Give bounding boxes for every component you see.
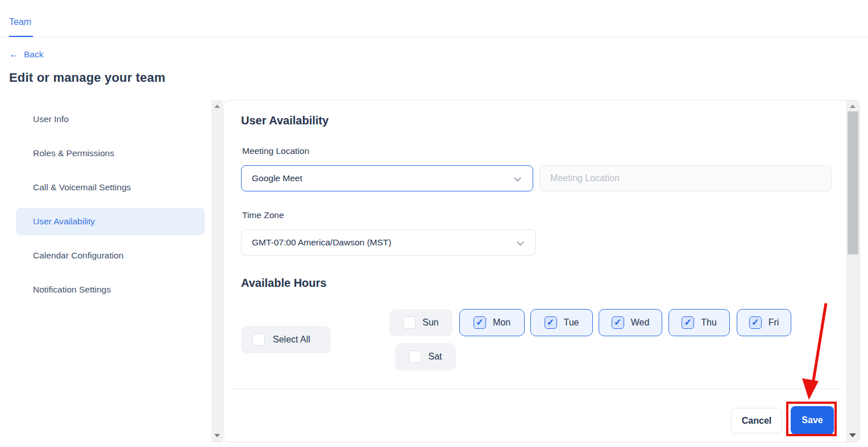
- panel-title: User Availability: [241, 114, 329, 127]
- time-zone-selected-value: GMT-07:00 America/Dawson (MST): [242, 237, 391, 248]
- day-label: Fri: [769, 318, 779, 328]
- tab-team[interactable]: Team: [9, 17, 31, 27]
- checkbox-icon[interactable]: [403, 316, 416, 329]
- page-title: Edit or manage your team: [9, 70, 165, 85]
- time-zone-label: Time Zone: [242, 210, 284, 220]
- scrollbar-thumb[interactable]: [848, 111, 858, 254]
- select-all-toggle[interactable]: Select All: [241, 326, 331, 353]
- day-label: Sat: [428, 352, 442, 362]
- user-availability-panel: User Availability Meeting Location Googl…: [223, 100, 860, 442]
- day-toggle-thu[interactable]: Thu: [668, 309, 730, 336]
- day-toggle-mon[interactable]: Mon: [459, 309, 525, 336]
- sidebar-item-user-info[interactable]: User Info: [16, 106, 205, 133]
- day-toggle-sun[interactable]: Sun: [389, 309, 452, 336]
- sidebar-item-user-availability[interactable]: User Availability: [16, 208, 205, 235]
- day-toggle-fri[interactable]: Fri: [737, 309, 791, 336]
- checkbox-icon[interactable]: [612, 316, 624, 329]
- day-label: Sun: [422, 318, 438, 328]
- panel-scrollbar[interactable]: [846, 101, 859, 442]
- checkbox-icon[interactable]: [749, 316, 762, 329]
- chevron-down-icon: [514, 174, 521, 182]
- available-hours-title: Available Hours: [241, 277, 326, 290]
- checkbox-icon[interactable]: [545, 316, 557, 329]
- time-zone-select[interactable]: GMT-07:00 America/Dawson (MST): [241, 229, 536, 256]
- cancel-button[interactable]: Cancel: [731, 408, 782, 433]
- day-label: Mon: [493, 318, 510, 328]
- back-link[interactable]: ← Back: [9, 49, 43, 60]
- outer-scrollbar[interactable]: [211, 100, 223, 442]
- meeting-location-selected-value: Google Meet: [242, 173, 302, 183]
- back-label: Back: [24, 49, 43, 60]
- sidebar-item-call-voicemail[interactable]: Call & Voicemail Settings: [16, 174, 205, 201]
- back-arrow-icon: ←: [9, 49, 19, 60]
- meeting-location-select[interactable]: Google Meet: [241, 165, 533, 191]
- scroll-up-icon[interactable]: [850, 105, 855, 108]
- checkbox-icon[interactable]: [409, 350, 421, 363]
- select-all-label: Select All: [273, 335, 310, 345]
- save-button[interactable]: Save: [791, 406, 834, 435]
- day-toggle-tue[interactable]: Tue: [530, 309, 593, 336]
- meeting-location-label: Meeting Location: [242, 146, 309, 156]
- day-label: Tue: [564, 318, 579, 328]
- meeting-location-input[interactable]: [539, 165, 832, 191]
- sidebar-item-roles-permissions[interactable]: Roles & Permissions: [16, 140, 205, 167]
- chevron-down-icon: [517, 239, 524, 246]
- day-label: Thu: [701, 318, 717, 328]
- settings-sidebar: User Info Roles & Permissions Call & Voi…: [16, 106, 205, 310]
- scroll-up-icon[interactable]: [214, 105, 220, 108]
- sidebar-item-notification-settings[interactable]: Notification Settings: [16, 276, 205, 303]
- scroll-down-icon[interactable]: [849, 433, 856, 437]
- day-label: Wed: [631, 318, 650, 328]
- day-toggle-sat[interactable]: Sat: [395, 343, 456, 370]
- checkbox-icon[interactable]: [252, 333, 265, 346]
- scroll-down-icon[interactable]: [214, 434, 220, 437]
- edit-team-screen: Team ← Back Edit or manage your team Use…: [0, 0, 868, 447]
- day-toggle-wed[interactable]: Wed: [599, 309, 662, 336]
- checkbox-icon[interactable]: [682, 316, 694, 329]
- header-divider: [0, 37, 868, 37]
- sidebar-item-calendar-configuration[interactable]: Calendar Configuration: [16, 242, 205, 269]
- checkbox-icon[interactable]: [474, 316, 486, 329]
- footer-divider: [232, 388, 842, 389]
